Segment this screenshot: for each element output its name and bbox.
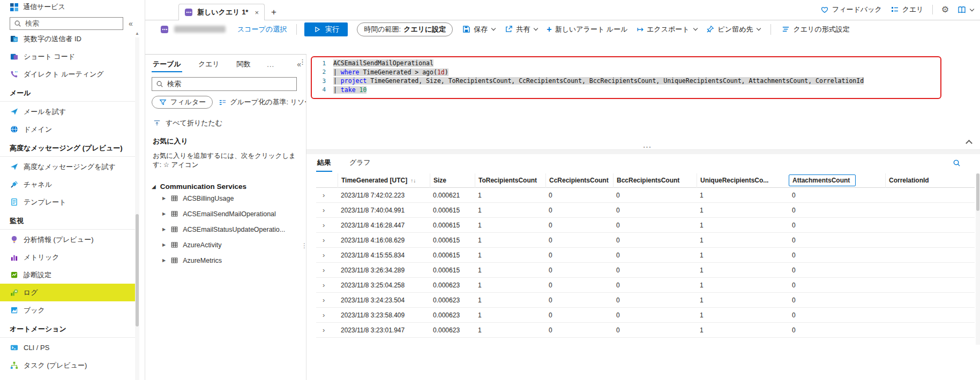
sidebar-item[interactable]: タスク (プレビュー) [0, 356, 135, 374]
sidebar-item[interactable]: ドメイン [0, 120, 135, 138]
sidebar-item[interactable]: ダイレクト ルーティング [0, 65, 135, 83]
tab-functions[interactable]: 関数 [236, 55, 252, 73]
sidebar-item[interactable]: チャネル [0, 176, 135, 193]
table-row[interactable]: ›2023/11/8 3:24:23.5040.00062310010 [316, 293, 975, 308]
sidebar-item[interactable]: 分析情報 (プレビュー) [0, 231, 135, 248]
table-row[interactable]: ›2023/11/8 4:15:55.8340.00061510010 [316, 248, 975, 263]
feedback-button[interactable]: フィードバック [820, 5, 882, 14]
collapse-all-button[interactable]: すべて折りたたむ [153, 118, 306, 128]
table-row[interactable]: ›2023/11/8 3:25:04.2580.00062310010 [316, 278, 975, 293]
expand-arrow-icon[interactable]: ▶ [162, 242, 166, 247]
query-tab[interactable]: 新しいクエリ 1* × [178, 4, 265, 20]
expand-arrow-icon[interactable]: ▶ [162, 211, 166, 216]
row-expand-icon[interactable]: › [316, 221, 338, 229]
export-button[interactable]: ↦ エクスポート [637, 25, 697, 34]
more-options-icon[interactable]: ... [267, 60, 274, 69]
code-line[interactable]: 4| take 10 [312, 86, 940, 95]
sidebar-item[interactable]: メールを試す [0, 103, 135, 120]
column-header[interactable]: UniqueRecipientsCo... [697, 173, 789, 188]
column-header[interactable]: ToRecipientsCount [475, 173, 545, 188]
column-header[interactable]: BccRecipientsCount [613, 173, 697, 188]
table-row[interactable]: ›2023/11/8 4:16:08.6290.00061510010 [316, 233, 975, 248]
share-button[interactable]: 共有 [504, 25, 537, 34]
pane-resize-handle[interactable]: ... [644, 142, 652, 149]
channel-icon [10, 180, 18, 189]
time-range-button[interactable]: 時間の範囲: クエリに設定 [357, 22, 453, 36]
row-expand-icon[interactable]: › [316, 296, 338, 304]
results-scrollbar[interactable] [976, 173, 980, 345]
column-header[interactable]: CcRecipientsCount [545, 173, 613, 188]
column-header-label: TimeGenerated [UTC] [341, 177, 407, 184]
table-row[interactable]: ›2023/11/8 3:23:01.9470.00062310010 [316, 323, 975, 338]
sort-icon[interactable]: ↑↓ [410, 178, 416, 184]
query-editor[interactable]: 1ACSEmailSendMailOperational2| where Tim… [306, 54, 980, 154]
pin-to-button[interactable]: ピン留め先 [706, 25, 761, 34]
table-row[interactable]: ›2023/11/8 4:16:28.4470.00061510010 [316, 218, 975, 233]
sidebar-collapse-button[interactable]: « [129, 19, 133, 28]
close-tab-icon[interactable]: × [255, 9, 259, 17]
sidebar-item[interactable]: ブック [0, 301, 135, 319]
table-tree-item[interactable]: ▶ACSEmailSendMailOperational [145, 206, 306, 222]
chevron-up-icon[interactable] [966, 140, 972, 147]
column-header[interactable]: AttachmentsCount [789, 173, 885, 188]
sidebar-item[interactable]: テンプレート [0, 193, 135, 211]
table-row[interactable]: ›2023/11/8 7:42:02.2230.00062110010 [316, 188, 975, 203]
row-expand-icon[interactable]: › [316, 326, 338, 334]
row-expand-icon[interactable]: › [316, 191, 338, 199]
code-line[interactable]: 3| project TimeGenerated, Size, ToRecipi… [312, 77, 940, 86]
table-tree-item[interactable]: ▶ACSBillingUsage [145, 191, 306, 206]
gear-icon[interactable]: ⚙ [941, 5, 949, 14]
row-expand-icon[interactable]: › [316, 206, 338, 214]
row-expand-icon[interactable]: › [316, 236, 338, 244]
communication-services-icon [10, 3, 18, 11]
group-by-button[interactable]: グループ化の基準: リソー: [218, 97, 306, 107]
table-group-communication-services[interactable]: ◢ Communication Services [152, 183, 306, 191]
tables-search-input[interactable]: 検索 [152, 77, 297, 91]
expand-arrow-icon[interactable]: ▶ [162, 227, 166, 232]
row-expand-icon[interactable]: › [316, 281, 338, 289]
sidebar-scrollbar-thumb[interactable] [136, 214, 139, 326]
table-row[interactable]: ›2023/11/8 3:26:34.2890.00061510010 [316, 263, 975, 278]
expand-arrow-icon[interactable]: ▶ [162, 196, 166, 201]
table-row[interactable]: ›2023/11/8 7:40:04.9910.00061510010 [316, 203, 975, 218]
code-line[interactable]: 2| where TimeGenerated > ago(1d) [312, 68, 940, 77]
tab-queries[interactable]: クエリ [197, 55, 221, 73]
format-query-button[interactable]: クエリの形式設定 [781, 25, 849, 34]
results-scrollbar-thumb[interactable] [976, 173, 979, 211]
table-tree-item[interactable]: ▶AzureMetrics [145, 253, 306, 268]
table-tree-item[interactable]: ▶ACSEmailStatusUpdateOperatio... [145, 222, 306, 237]
sidebar-item[interactable]: ID英数字の送信者 ID [0, 30, 135, 48]
row-expand-icon[interactable]: › [316, 266, 338, 274]
row-expand-icon[interactable]: › [316, 251, 338, 259]
sidebar-item[interactable]: 診断設定 [0, 266, 135, 284]
sidebar-scrollbar[interactable] [135, 37, 139, 380]
sidebar-scroll-up-arrow[interactable]: ▲ [135, 31, 139, 36]
queries-button[interactable]: クエリ [891, 5, 924, 14]
column-header[interactable]: Size [430, 173, 475, 188]
tab-chart[interactable]: グラフ [348, 154, 372, 172]
results-search-icon[interactable] [952, 158, 961, 167]
save-button[interactable]: 保存 [462, 25, 495, 34]
sidebar-item[interactable]: CLI / PS [0, 339, 135, 356]
sidebar-item[interactable]: メトリック [0, 248, 135, 266]
expand-arrow-icon[interactable]: ▶ [162, 258, 166, 263]
sidebar-item[interactable]: 高度なメッセージングを試す [0, 158, 135, 176]
filter-button[interactable]: フィルター [152, 96, 213, 109]
sidebar-item[interactable]: ショート コード [0, 48, 135, 65]
docs-book-button[interactable] [957, 5, 974, 14]
sidebar-search-input[interactable]: 検索 [10, 17, 123, 30]
run-button[interactable]: 実行 [304, 22, 348, 36]
code-line[interactable]: 1ACSEmailSendMailOperational [312, 59, 940, 68]
table-row[interactable]: ›2023/11/8 3:23:58.4090.00062310010 [316, 308, 975, 323]
tab-tables[interactable]: テーブル [152, 55, 182, 73]
new-tab-button[interactable]: + [271, 7, 276, 18]
kebab-menu-icon[interactable]: ⋮ [299, 61, 304, 64]
column-header[interactable]: CorrelationId [885, 173, 975, 188]
select-scope-link[interactable]: スコープの選択 [237, 25, 287, 34]
table-tree-item[interactable]: ▶AzureActivity [145, 237, 306, 253]
column-header[interactable]: TimeGenerated [UTC]↑↓ [338, 173, 430, 188]
sidebar-item[interactable]: ログ [0, 284, 135, 301]
new-alert-rule-button[interactable]: + 新しいアラート ルール [547, 25, 627, 34]
tab-results[interactable]: 結果 [316, 154, 332, 172]
row-expand-icon[interactable]: › [316, 311, 338, 319]
